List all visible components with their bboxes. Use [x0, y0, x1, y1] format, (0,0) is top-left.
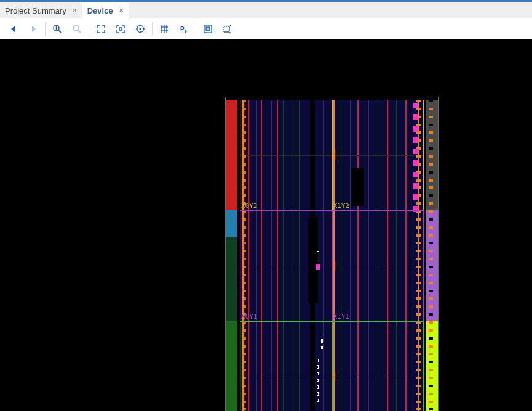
io-bank-left: [226, 237, 237, 321]
svg-rect-7: [119, 28, 122, 30]
resource-column: [378, 100, 378, 411]
routing-resources-button[interactable]: [154, 20, 174, 38]
placed-cell: [317, 385, 319, 388]
io-bank-right: [426, 321, 438, 411]
resource-column: [387, 100, 388, 411]
zoom-area-button[interactable]: [111, 20, 130, 38]
separator: [196, 22, 196, 36]
resource-column: [248, 100, 249, 411]
svg-line-1: [58, 30, 61, 33]
placed-cell: [317, 365, 319, 369]
resource-column: [292, 100, 292, 411]
placed-cell: [321, 339, 324, 343]
placed-cell: [316, 264, 320, 270]
toolbar: P: [0, 18, 532, 39]
empty-block: [308, 217, 318, 303]
svg-rect-21: [206, 27, 210, 31]
placed-cell: [317, 372, 319, 375]
fpga-die-view[interactable]: X0Y2X1Y2X0Y1X1Y1X0Y0X1Y0: [226, 97, 438, 411]
clock-buffer: [332, 150, 335, 160]
close-icon[interactable]: ×: [119, 7, 124, 14]
separator: [45, 22, 46, 36]
resource-column: [283, 100, 284, 411]
zoom-fit-button[interactable]: [91, 20, 111, 38]
placed-cell: [317, 359, 319, 362]
close-icon[interactable]: ×: [73, 7, 77, 14]
resource-column: [261, 100, 262, 411]
placed-cell: [317, 379, 319, 382]
resource-column: [323, 100, 324, 411]
resource-column: [368, 100, 369, 411]
tab-project-summary[interactable]: Project Summary ×: [0, 2, 82, 18]
forward-button[interactable]: [23, 20, 43, 38]
back-button[interactable]: [4, 20, 23, 38]
placed-cell: [317, 251, 319, 260]
io-bank-left: [226, 210, 237, 237]
tab-device[interactable]: Device ×: [82, 2, 129, 18]
resource-column: [396, 100, 397, 411]
placed-cell: [321, 346, 324, 349]
resource-column: [357, 100, 359, 411]
zoom-in-button[interactable]: [47, 20, 67, 38]
empty-block: [351, 168, 364, 206]
svg-line-5: [78, 30, 81, 33]
zoom-out-button[interactable]: [67, 20, 87, 38]
svg-rect-22: [224, 26, 229, 32]
resource-column: [413, 100, 413, 411]
resource-column: [277, 100, 278, 411]
resource-column: [332, 100, 335, 411]
resource-column: [341, 100, 341, 411]
separator: [89, 22, 89, 36]
resource-column: [299, 100, 300, 411]
resource-column: [405, 100, 407, 411]
io-bank-left: [226, 321, 237, 411]
device-canvas[interactable]: X0Y2X1Y2X0Y1X1Y1X0Y0X1Y0: [0, 39, 532, 411]
tab-label: Device: [87, 6, 113, 15]
select-primitive-button[interactable]: P: [174, 20, 194, 38]
resource-column: [271, 100, 272, 411]
placed-cell: [317, 392, 319, 395]
auto-fit-button[interactable]: [130, 20, 150, 38]
svg-point-13: [140, 28, 141, 30]
io-bank-left: [226, 100, 237, 210]
resource-column: [418, 100, 419, 411]
show-tiles-button[interactable]: [198, 20, 218, 38]
show-congestion-button[interactable]: [218, 20, 237, 38]
clock-buffer: [332, 261, 335, 271]
placed-cell: [317, 399, 319, 402]
resource-column: [242, 100, 244, 411]
clock-buffer: [332, 372, 335, 381]
tab-label: Project Summary: [5, 6, 66, 15]
resource-column: [350, 100, 351, 411]
svg-text:P: P: [180, 26, 185, 33]
tab-bar: Project Summary × Device ×: [0, 2, 532, 18]
separator: [152, 22, 153, 36]
resource-column: [256, 100, 257, 411]
